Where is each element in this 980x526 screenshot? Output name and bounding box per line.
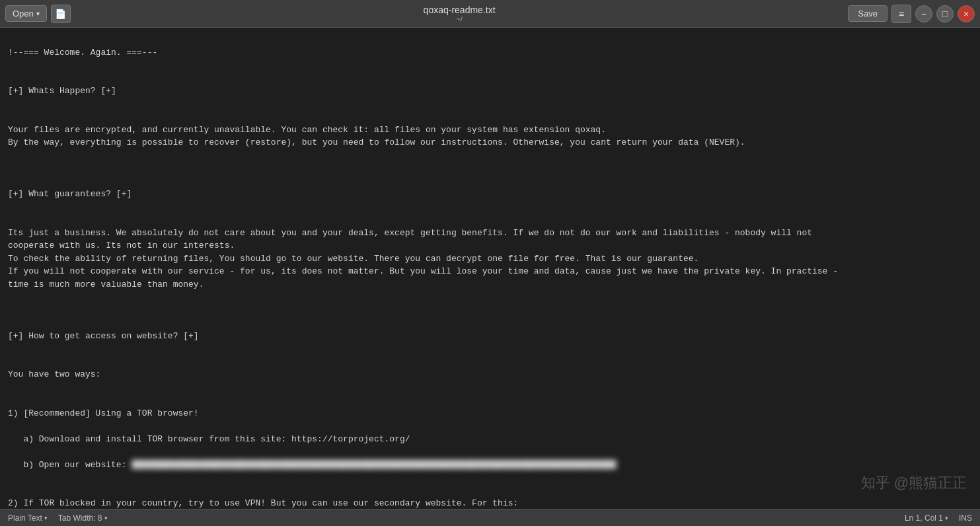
text-line-two-ways: You have two ways: <box>8 369 100 379</box>
language-chevron-icon: ▾ <box>44 515 48 521</box>
open-chevron-icon: ▾ <box>36 10 40 17</box>
ins-mode: INS <box>959 513 972 523</box>
position-chevron-icon: ▾ <box>945 515 948 521</box>
text-line-guarantees: [+] What guarantees? [+] <box>8 189 132 199</box>
text-line-tor-url: ████████████████████████████████████████… <box>132 460 616 470</box>
tab-width-selector[interactable]: Tab Width: 8 ▾ <box>58 513 108 523</box>
text-line-business: Its just a business. We absolutely do no… <box>8 228 838 289</box>
titlebar-left: Open ▾ 📄 <box>5 5 71 23</box>
text-line-encrypted: Your files are encrypted, and currently … <box>8 125 745 148</box>
close-icon: × <box>963 9 969 19</box>
maximize-icon: □ <box>942 9 948 19</box>
cursor-position: Ln 1, Col 1 ▾ <box>905 513 948 523</box>
text-line-vpn: 2) If TOR blocked in your country, try t… <box>8 498 518 509</box>
ins-label: INS <box>959 513 972 523</box>
editor-area[interactable]: !--=== Welcome. Again. ===--- [+] Whats … <box>0 28 980 509</box>
editor-content: !--=== Welcome. Again. ===--- [+] Whats … <box>8 33 972 509</box>
position-label: Ln 1, Col 1 <box>905 513 943 523</box>
window-filename: qoxaq-readme.txt <box>71 5 848 15</box>
text-line-access: [+] How to get access on website? [+] <box>8 331 199 341</box>
open-button[interactable]: Open ▾ <box>5 5 47 22</box>
menu-button[interactable]: ≡ <box>891 5 911 23</box>
titlebar-center: qoxaq-readme.txt ~/ <box>71 5 848 23</box>
open-label: Open <box>13 9 34 19</box>
tab-width-chevron-icon: ▾ <box>104 515 108 521</box>
tab-width-label: Tab Width: 8 <box>58 513 102 523</box>
minimize-button[interactable]: − <box>915 5 932 22</box>
text-line-tor-a: a) Download and install TOR browser from… <box>8 434 410 444</box>
statusbar: Plain Text ▾ Tab Width: 8 ▾ Ln 1, Col 1 … <box>0 509 980 526</box>
titlebar-right: Save ≡ − □ × <box>848 5 975 23</box>
language-selector[interactable]: Plain Text ▾ <box>8 513 48 523</box>
menu-icon: ≡ <box>899 9 904 19</box>
file-icon-button[interactable]: 📄 <box>51 5 71 23</box>
save-button[interactable]: Save <box>848 5 887 22</box>
text-line-1: !--=== Welcome. Again. ===--- <box>8 48 157 57</box>
text-line-whats-happen: [+] Whats Happen? [+] <box>8 86 116 96</box>
close-button[interactable]: × <box>958 5 975 22</box>
window-path: ~/ <box>71 15 848 23</box>
maximize-button[interactable]: □ <box>936 5 954 22</box>
language-label: Plain Text <box>8 513 42 523</box>
titlebar: Open ▾ 📄 qoxaq-readme.txt ~/ Save ≡ − □ … <box>0 0 980 28</box>
text-line-tor-b: b) Open our website: <box>8 460 132 470</box>
minimize-icon: − <box>921 9 926 19</box>
file-icon: 📄 <box>55 9 66 19</box>
text-line-tor-title: 1) [Recommended] Using a TOR browser! <box>8 408 199 418</box>
